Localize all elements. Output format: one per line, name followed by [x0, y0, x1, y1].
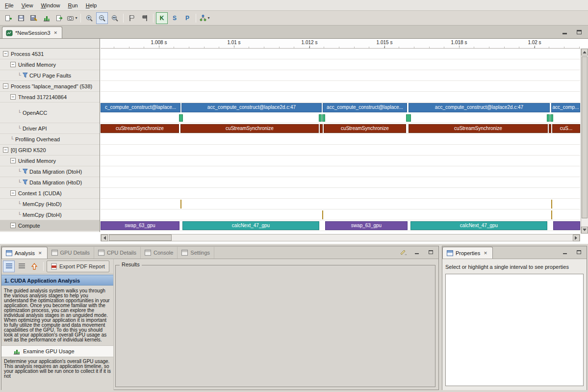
interval-marker[interactable] — [322, 114, 325, 122]
vertical-scrollbar[interactable] — [581, 49, 588, 234]
tree-row-data-migration-htod[interactable]: └Data Migration (HtoD) — [0, 177, 100, 188]
menu-run[interactable]: Run — [64, 1, 82, 10]
analysis-graph-button[interactable]: ▾ — [199, 12, 210, 24]
interval-openacc[interactable]: acc_compute_construct@laplace... — [323, 103, 407, 112]
interval-kernel_a[interactable] — [553, 221, 580, 230]
tab-properties[interactable]: Properties ✕ — [442, 247, 493, 259]
zoom-in-button[interactable] — [83, 12, 95, 24]
minimize-icon[interactable] — [413, 249, 421, 256]
collapse-icon[interactable]: − — [10, 158, 16, 163]
new-session-button[interactable] — [2, 12, 14, 24]
scroll-left-icon[interactable] — [101, 235, 108, 241]
interval-tick[interactable] — [551, 200, 552, 209]
interval-openacc[interactable]: acc_compute_construct@laplace2d.c:47 — [409, 103, 550, 112]
interval-kernel_b[interactable]: calcNext_47_gpu — [182, 221, 319, 230]
interval-marker[interactable] — [406, 114, 411, 122]
close-icon[interactable]: ✕ — [53, 30, 59, 36]
scroll-up-icon[interactable] — [581, 49, 588, 55]
save-button[interactable] — [15, 12, 27, 24]
examine-gpu-usage-button[interactable]: Examine GPU Usage — [1, 345, 113, 357]
save-as-button[interactable] — [28, 12, 40, 24]
tree-row-0-grid-k520[interactable]: −[0] GRID K520 — [0, 145, 100, 156]
interval-sync[interactable]: cuStreamSynchronize — [324, 124, 406, 133]
horizontal-scrollbar[interactable] — [101, 234, 580, 241]
interval-marker[interactable] — [179, 114, 183, 122]
tree-row-context-1-cuda[interactable]: −Context 1 (CUDA) — [0, 188, 100, 199]
tree-row-memcpy-dtoh[interactable]: └MemCpy (DtoH) — [0, 209, 100, 220]
kernel-toggle-button[interactable]: K — [156, 12, 168, 24]
guided-analysis-button[interactable] — [3, 261, 15, 272]
back-up-button[interactable] — [28, 261, 40, 272]
unguided-analysis-button[interactable] — [16, 261, 27, 272]
interval-kernel_a[interactable]: swap_63_gpu — [101, 221, 179, 230]
tree-row-unified-memory[interactable]: −Unified Memory — [0, 156, 100, 166]
tree-row-process-laplace-managed-538[interactable]: −Process "laplace_managed" (538) — [0, 81, 100, 92]
view-menu-icon[interactable] — [399, 249, 407, 256]
tree-row-unified-memory[interactable]: −Unified Memory — [0, 59, 100, 70]
collapse-icon[interactable]: − — [3, 51, 8, 56]
interval-sync[interactable]: cuStreamSynchronize — [409, 124, 548, 133]
collapse-icon[interactable]: − — [10, 223, 16, 228]
process-toggle-button[interactable]: P — [181, 12, 193, 24]
export-timeline-button[interactable] — [53, 12, 65, 24]
interval-marker[interactable] — [550, 114, 553, 122]
tab-settings[interactable]: Settings — [178, 247, 214, 259]
vertical-scroll-thumb[interactable] — [582, 56, 588, 218]
maximize-icon[interactable] — [427, 249, 435, 256]
zoom-out-button[interactable] — [96, 12, 108, 24]
collapse-icon[interactable]: − — [10, 190, 16, 196]
collapse-icon[interactable]: − — [3, 83, 8, 89]
tab-gpu-details[interactable]: GPU Details — [48, 247, 95, 259]
interval-openacc[interactable]: acc_comp... — [551, 103, 580, 112]
maximize-icon[interactable] — [575, 28, 583, 35]
tree-row-process-4531[interactable]: −Process 4531 — [0, 49, 100, 59]
timeline-tracks[interactable]: c_compute_construct@laplace...acc_comput… — [101, 49, 580, 232]
export-pdf-button[interactable]: Export PDF Report — [47, 261, 109, 272]
horizontal-scroll-thumb[interactable] — [109, 235, 172, 241]
tree-row-cpu-page-faults[interactable]: └CPU Page Faults — [0, 70, 100, 81]
minimize-icon[interactable] — [561, 28, 568, 35]
interval-marker[interactable] — [547, 114, 550, 122]
interval-tick[interactable] — [551, 210, 552, 219]
interval-kernel_a[interactable]: swap_63_gpu — [325, 221, 408, 230]
prev-marker-button[interactable] — [126, 12, 138, 24]
collapse-icon[interactable]: − — [10, 62, 16, 67]
maximize-icon[interactable] — [575, 249, 583, 256]
minimize-icon[interactable] — [561, 249, 569, 256]
tab-cpu-details[interactable]: CPU Details — [94, 247, 141, 259]
stream-toggle-button[interactable]: S — [169, 12, 180, 24]
interval-tick[interactable] — [322, 210, 323, 219]
tab-console[interactable]: Console — [141, 247, 178, 259]
close-icon[interactable]: ✕ — [483, 250, 488, 256]
zoom-fit-button[interactable] — [109, 12, 121, 24]
interval-sync[interactable]: cuS... — [552, 124, 580, 133]
menu-help[interactable]: Help — [82, 1, 101, 10]
tree-row-thread-3172140864[interactable]: −Thread 3172140864 — [0, 92, 100, 103]
interval-tick[interactable] — [180, 200, 181, 209]
tree-row-memcpy-htod[interactable]: └MemCpy (HtoD) — [0, 199, 100, 209]
menu-window[interactable]: Window — [37, 1, 64, 10]
interval-sync[interactable] — [320, 124, 323, 133]
tab-analysis[interactable]: Analysis✕ — [1, 247, 48, 259]
tree-row-compute[interactable]: −Compute — [0, 220, 100, 231]
collapse-icon[interactable]: − — [10, 94, 16, 100]
session-tab[interactable]: *NewSession3 ✕ — [2, 26, 62, 38]
menu-view[interactable]: View — [18, 1, 37, 10]
interval-openacc[interactable]: acc_compute_construct@laplace2d.c:47 — [181, 103, 322, 112]
snapshot-button[interactable]: ▾ — [66, 12, 78, 24]
interval-sync[interactable]: cuStreamSynchronize — [180, 124, 319, 133]
menu-file[interactable]: File — [1, 1, 18, 10]
scroll-right-icon[interactable] — [573, 235, 580, 241]
interval-marker[interactable] — [319, 114, 322, 122]
close-icon[interactable]: ✕ — [37, 250, 43, 256]
scroll-down-icon[interactable] — [581, 227, 588, 234]
interval-openacc[interactable]: c_compute_construct@laplace... — [101, 103, 180, 112]
tree-row-driver-api[interactable]: └Driver API — [0, 123, 100, 134]
tree-row-profiling-overhead[interactable]: └Profiling Overhead — [0, 134, 100, 145]
next-marker-button[interactable] — [139, 12, 151, 24]
interval-sync[interactable]: cuStreamSynchronize — [101, 124, 179, 133]
interval-kernel_b[interactable]: calcNext_47_gpu — [410, 221, 547, 230]
tree-row-data-migration-dtoh[interactable]: └Data Migration (DtoH) — [0, 166, 100, 177]
collapse-icon[interactable]: − — [3, 147, 8, 153]
interval-sync[interactable] — [549, 124, 551, 133]
